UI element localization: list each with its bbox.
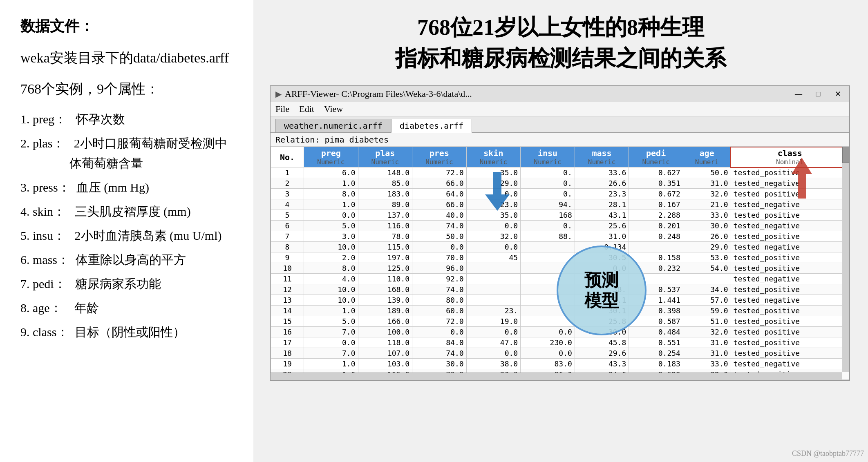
row-cell: 0.0: [412, 327, 467, 337]
table-container: No. preg Numeric plas Numeric pres: [271, 147, 849, 380]
menu-view[interactable]: View: [324, 104, 343, 114]
row-cell: [521, 316, 575, 327]
attr-3: 3. press： 血压 (mm Hg): [20, 178, 233, 196]
row-cell: 31.0: [575, 231, 629, 242]
minimize-button[interactable]: —: [792, 89, 805, 98]
row-class: tested_positive: [731, 306, 849, 316]
col-header-pres: pres Numeric: [412, 147, 467, 167]
instances-info: 768个实例，9个属性：: [20, 80, 233, 98]
row-cell: 0.0: [304, 337, 358, 348]
row-cell: 29.6: [575, 348, 629, 359]
row-cell: 103.0: [358, 359, 412, 369]
row-class: tested_positive: [731, 327, 849, 337]
col-header-class: class Nominal: [731, 147, 849, 167]
watermark: CSDN @taobptab77777: [792, 449, 864, 458]
row-cell: [521, 295, 575, 306]
row-no: 8: [271, 242, 304, 252]
row-cell: 5.0: [304, 316, 358, 327]
row-cell: 8.0: [304, 263, 358, 274]
menu-file[interactable]: File: [275, 104, 289, 114]
tab-weather[interactable]: weather.numeric.arff: [275, 119, 391, 132]
horizontal-scrollbar[interactable]: [271, 373, 842, 380]
row-cell: 0.398: [629, 306, 683, 316]
row-cell: 72.0: [412, 316, 467, 327]
col-header-insu: insu Numeric: [521, 147, 575, 167]
row-cell: 1.0: [304, 178, 358, 189]
row-cell: 45.8: [575, 337, 629, 348]
close-button[interactable]: ✕: [831, 89, 844, 98]
row-cell: 47.0: [466, 337, 521, 348]
col-header-pedi: pedi Numeric: [629, 147, 683, 167]
left-panel: 数据文件： weka安装目录下的data/diabetes.arff 768个实…: [0, 0, 253, 462]
row-cell: 166.0: [358, 316, 412, 327]
row-cell: [521, 284, 575, 295]
row-cell: 0.0: [466, 348, 521, 359]
row-no: 5: [271, 210, 304, 221]
row-cell: 107.0: [358, 348, 412, 359]
row-cell: 21.0: [683, 199, 731, 210]
table-row: 114.0110.092.0tested_negative: [271, 274, 849, 284]
col-header-preg: preg Numeric: [304, 147, 358, 167]
window-controls[interactable]: — □ ✕: [792, 89, 844, 98]
row-cell: 26.0: [683, 231, 731, 242]
col-header-no: No.: [271, 147, 304, 167]
row-cell: 78.0: [358, 231, 412, 242]
row-cell: 0.0: [304, 210, 358, 221]
row-cell: [521, 252, 575, 263]
row-cell: 25.6: [575, 221, 629, 231]
row-cell: 0.484: [629, 327, 683, 337]
vertical-scrollbar[interactable]: [842, 147, 849, 372]
row-no: 7: [271, 231, 304, 242]
row-cell: 10.0: [304, 284, 358, 295]
row-cell: [521, 306, 575, 316]
row-cell: 50.0: [683, 167, 731, 178]
row-no: 18: [271, 348, 304, 359]
row-cell: 30.5: [575, 252, 629, 263]
maximize-button[interactable]: □: [812, 89, 825, 98]
table-row: 38.0183.064.00.00.23.30.67232.0tested_po…: [271, 189, 849, 199]
row-cell: 33.0: [683, 210, 731, 221]
attr-5: 5. insu： 2小时血清胰岛素 (mu U/ml): [20, 226, 233, 245]
row-cell: [683, 274, 731, 284]
row-class: tested_negative: [731, 178, 849, 189]
row-cell: 33.6: [575, 167, 629, 178]
menu-edit[interactable]: Edit: [299, 104, 314, 114]
row-cell: 0.672: [629, 189, 683, 199]
row-cell: 0.183: [629, 359, 683, 369]
row-class: tested_positive: [731, 189, 849, 199]
row-cell: 28.1: [575, 199, 629, 210]
table-row: 41.089.066.023.094.28.10.16721.0tested_n…: [271, 199, 849, 210]
row-class: tested_negative: [731, 274, 849, 284]
row-class: tested_positive: [731, 167, 849, 178]
row-cell: 1.0: [304, 199, 358, 210]
row-cell: 168.0: [358, 284, 412, 295]
table-row: 73.078.050.032.088.31.00.24826.0tested_p…: [271, 231, 849, 242]
tab-diabetes[interactable]: diabetes.arff: [391, 119, 472, 133]
table-row: 50.0137.040.035.016843.12.28833.0tested_…: [271, 210, 849, 221]
table-row: 167.0100.00.00.00.030.00.48432.0tested_p…: [271, 327, 849, 337]
col-header-skin: skin Numeric: [466, 147, 521, 167]
row-cell: 10.0: [304, 242, 358, 252]
row-cell: 116.0: [358, 221, 412, 231]
row-cell: 19.0: [466, 316, 521, 327]
row-cell: 57.0: [683, 295, 731, 306]
row-cell: 43.1: [575, 210, 629, 221]
row-no: 15: [271, 316, 304, 327]
row-class: tested_positive: [731, 263, 849, 274]
table-row: 108.0125.096.00.00.23254.0tested_positiv…: [271, 263, 849, 274]
row-cell: [466, 274, 521, 284]
row-cell: 31.0: [683, 337, 731, 348]
row-cell: 0.: [521, 178, 575, 189]
row-class: tested_negative: [731, 359, 849, 369]
attr-9: 9. class： 目标（阴性或阳性）: [20, 323, 233, 341]
row-cell: 0.: [521, 221, 575, 231]
scrollbar-thumb-v[interactable]: [842, 147, 849, 163]
row-cell: 110.0: [358, 274, 412, 284]
table-header-row: No. preg Numeric plas Numeric pres: [271, 147, 849, 167]
row-cell: [521, 263, 575, 274]
row-cell: 94.: [521, 199, 575, 210]
row-cell: 3.0: [304, 231, 358, 242]
row-cell: 0.254: [629, 348, 683, 359]
row-cell: 0.627: [629, 167, 683, 178]
row-cell: 31.0: [683, 178, 731, 189]
